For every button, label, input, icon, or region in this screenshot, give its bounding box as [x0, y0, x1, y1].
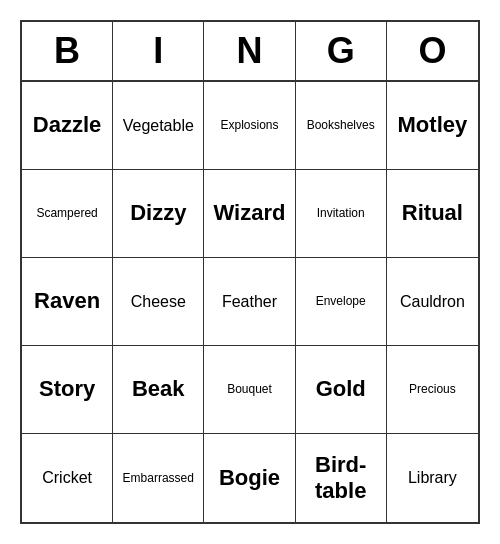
bingo-cell: Bird-table [296, 434, 387, 522]
cell-text: Cheese [131, 292, 186, 311]
cell-text: Raven [34, 288, 100, 314]
bingo-cell: Scampered [22, 170, 113, 258]
cell-text: Bogie [219, 465, 280, 491]
cell-text: Scampered [36, 206, 97, 220]
bingo-cell: Wizard [204, 170, 295, 258]
bingo-cell: Embarrassed [113, 434, 204, 522]
bingo-cell: Raven [22, 258, 113, 346]
cell-text: Story [39, 376, 95, 402]
bingo-card: BINGO DazzleVegetableExplosionsBookshelv… [20, 20, 480, 524]
cell-text: Cauldron [400, 292, 465, 311]
bingo-cell: Dizzy [113, 170, 204, 258]
cell-text: Beak [132, 376, 185, 402]
bingo-cell: Envelope [296, 258, 387, 346]
bingo-cell: Story [22, 346, 113, 434]
bingo-cell: Bogie [204, 434, 295, 522]
header-letter: G [296, 22, 387, 80]
header-letter: I [113, 22, 204, 80]
cell-text: Invitation [317, 206, 365, 220]
bingo-cell: Bookshelves [296, 82, 387, 170]
bingo-cell: Gold [296, 346, 387, 434]
cell-text: Library [408, 468, 457, 487]
bingo-cell: Vegetable [113, 82, 204, 170]
cell-text: Gold [316, 376, 366, 402]
header-letter: N [204, 22, 295, 80]
cell-text: Vegetable [123, 116, 194, 135]
cell-text: Embarrassed [123, 471, 194, 485]
cell-text: Bird-table [315, 452, 366, 505]
header-letter: B [22, 22, 113, 80]
bingo-cell: Feather [204, 258, 295, 346]
bingo-cell: Ritual [387, 170, 478, 258]
cell-text: Explosions [220, 118, 278, 132]
bingo-cell: Precious [387, 346, 478, 434]
header-letter: O [387, 22, 478, 80]
cell-text: Dazzle [33, 112, 101, 138]
bingo-cell: Cauldron [387, 258, 478, 346]
cell-text: Cricket [42, 468, 92, 487]
bingo-cell: Library [387, 434, 478, 522]
cell-text: Precious [409, 382, 456, 396]
bingo-cell: Invitation [296, 170, 387, 258]
bingo-cell: Cricket [22, 434, 113, 522]
bingo-grid: DazzleVegetableExplosionsBookshelvesMotl… [22, 82, 478, 522]
bingo-cell: Bouquet [204, 346, 295, 434]
cell-text: Bouquet [227, 382, 272, 396]
cell-text: Envelope [316, 294, 366, 308]
cell-text: Feather [222, 292, 277, 311]
bingo-cell: Dazzle [22, 82, 113, 170]
cell-text: Wizard [214, 200, 286, 226]
cell-text: Ritual [402, 200, 463, 226]
bingo-cell: Cheese [113, 258, 204, 346]
bingo-cell: Motley [387, 82, 478, 170]
cell-text: Dizzy [130, 200, 186, 226]
bingo-cell: Explosions [204, 82, 295, 170]
bingo-cell: Beak [113, 346, 204, 434]
cell-text: Motley [398, 112, 468, 138]
cell-text: Bookshelves [307, 118, 375, 132]
bingo-header: BINGO [22, 22, 478, 82]
